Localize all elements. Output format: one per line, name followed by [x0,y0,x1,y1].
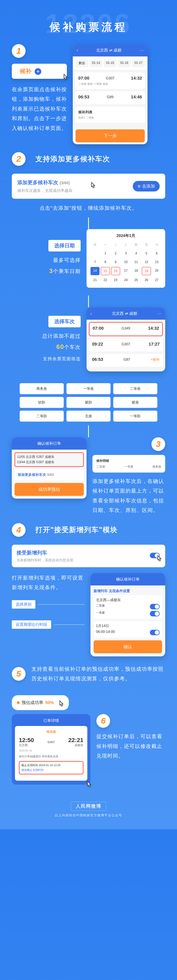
cal-grid: 日一二三四五六 123456 78910111213 1415161718192… [90,241,161,284]
back-icon[interactable]: ‹ [77,48,78,52]
cal-selected[interactable]: 14 [90,267,100,275]
plus-icon: + [35,68,41,75]
seat-toggle[interactable] [150,604,160,609]
step2-header: 2 支持添加更多候补车次 [0,152,177,166]
add-more-title: 添加更多候补车次 3/60 [18,473,80,477]
source-badge: 人民网微博 [71,802,106,811]
accept-title: 接受新增列车 [16,549,161,556]
tab[interactable]: 删选 [76,59,88,67]
step6-row: 订单详情 待兑现 12:50北京西 G307 22:21成都东 2024-01-… [0,714,177,790]
footer: 人民网微博 以上内容转自中国铁路官方微博平台公众号 [0,802,177,818]
tab[interactable]: 01-15 [104,59,116,67]
seat-option[interactable]: 一等卧 [113,410,157,422]
add-title: 添加更多候补车次 (3/60) [17,180,70,185]
step1-desc: 在余票页面点击候补按钮，添加购物车，候补列表展示已选候补车次和席别。点击下一步进… [12,85,67,133]
seat-label: 选择席别 [12,600,35,609]
date-label: 选择日期 [48,240,80,251]
confirm-button[interactable]: 确认 [93,640,162,653]
menu-icon[interactable]: ⋯ [157,311,161,316]
step-3-number: 3 [151,437,165,451]
train-card[interactable]: 06:53G8914:46 [75,91,145,104]
dep-sta: 北京西 [19,743,34,747]
step-2-number: 2 [12,152,26,166]
arr-time: 22:21 [68,737,84,743]
step4-title: 打开"接受新增列车"模块 [35,525,117,535]
train-select-row: 选择车次 总计添加不超过 60个车次 支持余票页面筛选 ‹北京西 ⇌ 成都⋯ 0… [0,307,177,371]
time-toggle[interactable] [150,630,160,635]
dot-icon [17,701,20,704]
cursor-icon [61,73,69,83]
train-card[interactable]: 09:22G30717:27 [89,339,163,352]
train-card[interactable]: 06:53G87+候补 [89,354,163,367]
tab[interactable]: 01-17 [132,59,145,67]
seat-option[interactable]: 二等卧 [20,410,64,422]
cursor-icon [57,700,65,710]
step-6-number: 6 [97,714,110,728]
seat-option[interactable]: 硬卧 [66,397,111,408]
modify-deadline-button[interactable]: 修改截止兑现时间 [21,768,81,772]
seat-option[interactable]: 一等座 [66,383,111,394]
list-item: G307 二等座 [78,116,142,119]
step-4-number: 4 [12,523,26,537]
detail-title: 候补明细 [97,459,161,463]
prediction-badge: 预估成功率 50% [12,695,69,710]
step4-header: 4 打开"接受新增列车"模块 [0,523,177,537]
step1-phone: ‹ 北京西 ⇌ 成都 ⋯ 删选 01-14 01-15 01-16 01-17 … [73,44,148,144]
train-num: 60 [56,343,64,350]
list-title: 候补列表 [78,110,142,115]
tab[interactable]: 01-16 [118,59,130,67]
seat-option[interactable]: 软卧 [20,397,64,408]
arr-time: 14:46 [131,94,142,100]
estimate-button[interactable]: 成功率预估 [14,483,84,496]
train-sub: 支持余票页面筛选 [12,355,80,363]
accept-toggle[interactable] [150,553,160,558]
calendar: 2024年1月 日一二三四五六 123456 78910111213 14151… [87,229,165,288]
cond-date: 1月14日 [96,624,160,628]
highlighted-trains: 12/05 北京西 G307 成都东 13/44 北京西 G307 成都东 [14,452,84,467]
step-5-number: 5 [12,667,26,681]
credit-text: 以上内容转自中国铁路官方微博平台公众号 [0,813,177,818]
train-card[interactable]: 07:00G30714:32 二等座 候补 一等座 候补 [75,73,145,89]
step-1-number: 1 [12,44,26,58]
train-no: G307 [106,76,114,80]
seat-option[interactable]: 商务座 [20,383,64,394]
connector-line [88,296,89,307]
tab[interactable]: 01-14 [90,59,102,67]
train-no: G89 [107,95,113,99]
step1-row: 1 候补 + 在余票页面点击候补按钮，添加购物车，候补列表展示已选候补车次和席别… [0,44,177,144]
seat-option[interactable]: 无座 [66,410,111,422]
step3-phone: 确认候补订单 12/05 北京西 G307 成都东 13/44 北京西 G307… [12,437,87,499]
train-card-selected[interactable]: 07:00G34914:32 [89,322,163,336]
back-icon[interactable]: ‹ [90,311,92,316]
cond-route: 北京西—成都东 [96,598,160,602]
step4-phone: 确认候补订单 新增列车 兑现条件设置 北京西—成都东 二等座 一等座 1月14日… [90,573,165,656]
cond-title: 新增列车 兑现条件设置 [93,589,162,593]
pred-pct: 50% [45,700,54,705]
arr-sta: 成都东 [68,743,84,747]
dep-time: 07:00 [78,76,89,81]
seat-option[interactable]: 硬座 [113,397,157,408]
step4-row: 打开新增列车选项，即可设置新增列车兑现条件。 选择席别 设置期望出行时段 确认候… [0,573,177,656]
seat-option[interactable]: 二等座 [113,383,157,394]
next-button[interactable]: 下一步 [76,129,145,142]
seat-grid: 商务座 一等座 二等座 软卧 硬卧 硬座 二等卧 无座 一等卧 [20,383,157,422]
menu-icon[interactable]: ⋯ [140,48,143,53]
train-unit: 个车次 [64,344,80,350]
phone-title: 确认候补订单 [116,577,140,582]
arr-time: 14:32 [131,76,142,81]
houbu-button[interactable]: 候补 + [12,64,67,79]
header: 12306 候补购票流程 [0,8,177,34]
go-add-button[interactable]: ⊕ 去添加 [133,181,160,191]
time-label: 设置期望出行时段 [12,620,51,629]
phone-header: ‹ 北京西 ⇌ 成都 ⋯ [73,44,148,56]
phone-title: 订单详情 [15,718,87,723]
detail-card: 候补明细 二等座一等座商务座 [92,455,165,473]
train-row: 12/05 北京西 G307 成都东 [17,455,81,459]
accept-sub: 当有新增列车时，系统自动为您兑现 [16,558,161,563]
connector-line [88,425,89,437]
deadline-text: 截止兑现时间 2024-01-14 12:20 [21,764,81,767]
route-title: 北京西 ⇌ 成都 [96,48,121,53]
seat-info: 二等座 候补 一等座 候补 [78,82,142,86]
seat-toggle[interactable] [150,611,160,616]
date-desc: 最多可选择 [53,257,80,263]
